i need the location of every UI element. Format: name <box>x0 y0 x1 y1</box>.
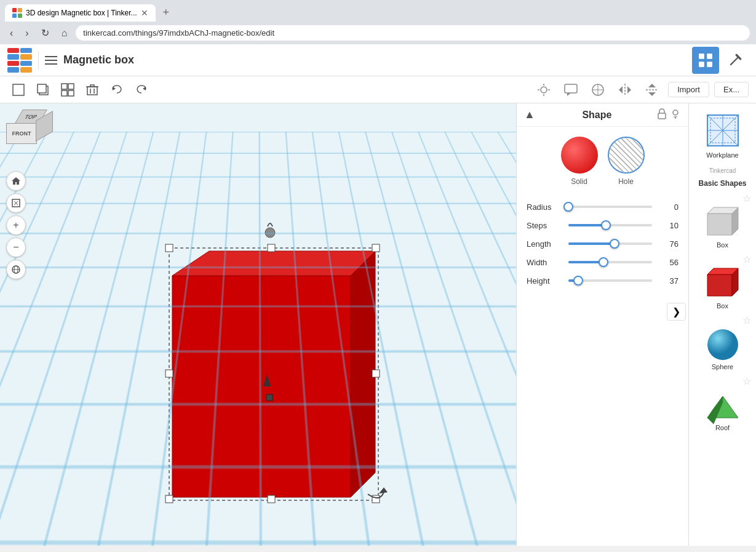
svg-rect-8 <box>707 54 712 59</box>
viewport[interactable]: TOP FRONT + − <box>0 103 516 546</box>
zoom-in-btn[interactable]: + <box>6 215 26 235</box>
active-tab[interactable]: 3D design Magnetic box | Tinker... ✕ <box>5 4 156 22</box>
home-btn[interactable]: ⌂ <box>58 26 71 40</box>
lib-item-roof[interactable]: ☆ Roof <box>694 375 751 431</box>
radius-slider[interactable] <box>568 201 652 213</box>
logo-k <box>20 54 32 60</box>
undo-btn[interactable] <box>106 79 128 101</box>
light-icon <box>536 82 551 97</box>
reload-btn[interactable]: ↻ <box>38 26 53 40</box>
svg-rect-60 <box>165 370 173 377</box>
svg-marker-39 <box>619 86 623 94</box>
hole-circle <box>608 137 645 174</box>
width-track <box>568 261 652 263</box>
flip-icon <box>645 82 659 97</box>
flip-btn[interactable] <box>641 79 663 101</box>
lib-item-sphere[interactable]: ☆ Sphere <box>694 314 751 370</box>
perspective-btn[interactable] <box>6 260 26 279</box>
workplane-label: Workplane <box>706 151 738 159</box>
panel-light-btn[interactable] <box>669 107 682 122</box>
panel-collapse-btn[interactable]: ▲ <box>520 107 539 122</box>
lib-item-box-gray[interactable]: ☆ Box <box>694 193 751 249</box>
menu-icon <box>45 54 57 66</box>
svg-rect-56 <box>372 244 380 252</box>
new-tab-btn[interactable]: + <box>158 4 175 22</box>
zoom-out-btn[interactable]: − <box>6 238 26 257</box>
fit-view-btn[interactable] <box>6 193 26 213</box>
workplane-btn[interactable]: Workplane <box>694 108 751 162</box>
solid-shape-type[interactable]: Solid <box>561 137 598 186</box>
roof-label: Roof <box>715 424 730 431</box>
group-btn[interactable] <box>57 79 79 101</box>
tinkercad-logo <box>7 48 32 73</box>
hole-shape-type[interactable]: Hole <box>608 137 645 186</box>
grid-view-btn[interactable] <box>692 47 719 74</box>
steps-slider[interactable] <box>568 219 652 231</box>
height-slider[interactable] <box>568 274 652 287</box>
export-btn[interactable]: Ex... <box>714 82 749 97</box>
svg-rect-9 <box>699 62 704 67</box>
svg-rect-59 <box>268 495 275 503</box>
length-thumb[interactable] <box>610 239 619 249</box>
radius-value: 0 <box>657 202 678 212</box>
width-value: 56 <box>657 258 678 267</box>
redo-btn[interactable] <box>130 79 153 101</box>
tool-btn[interactable] <box>722 47 749 74</box>
height-value: 37 <box>657 276 678 286</box>
address-input[interactable] <box>76 25 750 41</box>
app-title: Magnetic box <box>63 54 134 66</box>
light-btn[interactable] <box>533 79 555 101</box>
width-thumb[interactable] <box>599 257 608 267</box>
box-red-preview <box>701 265 744 302</box>
length-slider[interactable] <box>568 238 652 250</box>
logo-t <box>7 48 19 54</box>
svg-rect-58 <box>268 244 275 252</box>
star-btn-sphere[interactable]: ☆ <box>742 314 751 326</box>
shapes-library: Workplane Tinkercad Basic Shapes ☆ Box ☆… <box>688 103 756 546</box>
svg-point-82 <box>707 329 738 360</box>
comment-btn[interactable] <box>560 79 582 101</box>
back-btn[interactable]: ‹ <box>6 26 17 40</box>
prop-row-width: Width 56 <box>527 256 678 268</box>
cube-front-face[interactable]: FRONT <box>6 123 37 144</box>
browser-chrome: 3D design Magnetic box | Tinker... ✕ + ‹… <box>0 0 756 44</box>
logo-a <box>20 67 32 73</box>
radius-thumb[interactable] <box>563 202 573 212</box>
panel-expand-btn[interactable]: ❯ <box>667 303 686 321</box>
ruler-btn[interactable] <box>587 79 609 101</box>
svg-rect-0 <box>12 8 17 12</box>
steps-fill <box>568 224 606 226</box>
svg-point-63 <box>265 228 275 238</box>
length-label: Length <box>527 239 563 249</box>
star-btn-box-gray[interactable]: ☆ <box>742 193 751 204</box>
mirror-btn[interactable] <box>614 79 636 101</box>
grid-icon <box>698 53 713 68</box>
home-view-btn[interactable] <box>6 171 26 191</box>
lib-item-box-red[interactable]: ☆ Box <box>694 254 751 310</box>
view-cube[interactable]: TOP FRONT <box>6 110 55 159</box>
collapse-section: ❯ <box>517 298 688 326</box>
hole-label: Hole <box>618 177 634 186</box>
svg-marker-34 <box>567 93 571 96</box>
length-track <box>568 242 652 245</box>
menu-btn[interactable] <box>45 54 57 66</box>
header-right <box>692 47 749 74</box>
panel-lock-btn[interactable] <box>655 107 669 122</box>
new-shape-btn[interactable] <box>7 79 30 101</box>
star-btn-roof[interactable]: ☆ <box>742 375 751 387</box>
tinkercad-label: Tinkercad <box>694 167 751 174</box>
import-btn[interactable]: Import <box>668 82 709 97</box>
prop-row-length: Length 76 <box>527 238 678 250</box>
header-divider <box>38 51 39 70</box>
star-btn-box-red[interactable]: ☆ <box>742 254 751 265</box>
width-slider[interactable] <box>568 256 652 268</box>
copy-btn[interactable] <box>32 79 54 101</box>
svg-rect-10 <box>707 62 712 67</box>
steps-thumb[interactable] <box>601 220 611 230</box>
tab-favicon <box>12 8 22 18</box>
delete-btn[interactable] <box>81 79 103 101</box>
height-thumb[interactable] <box>573 276 583 286</box>
forward-btn[interactable]: › <box>22 26 32 40</box>
tab-close-btn[interactable]: ✕ <box>141 8 148 18</box>
shape-container[interactable] <box>111 202 418 546</box>
